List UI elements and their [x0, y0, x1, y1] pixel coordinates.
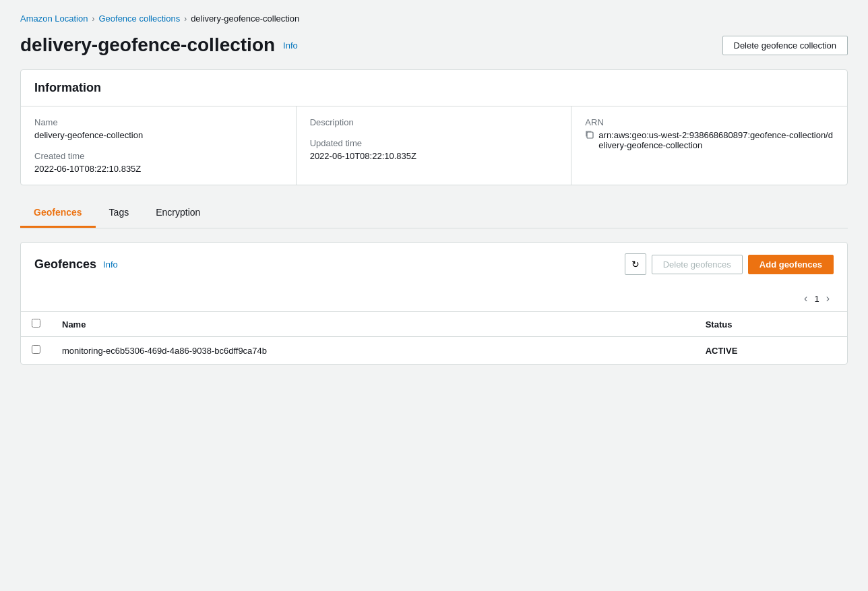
delete-geofences-button: Delete geofences	[652, 255, 743, 274]
arn-value: arn:aws:geo:us-west-2:938668680897:geofe…	[598, 130, 834, 150]
created-time-value: 2022-06-10T08:22:10.835Z	[34, 164, 282, 174]
chevron-right-icon: ›	[826, 292, 830, 304]
tab-encryption[interactable]: Encryption	[142, 199, 214, 228]
name-value: delivery-geofence-collection	[34, 130, 282, 140]
row-checkbox[interactable]	[32, 345, 40, 354]
geofences-header-left: Geofences Info	[34, 257, 118, 272]
page-header: delivery-geofence-collection Info Delete…	[20, 34, 848, 56]
breadcrumb: Amazon Location › Geofence collections ›…	[20, 13, 848, 24]
information-title: Information	[34, 81, 834, 95]
breadcrumb-separator-1: ›	[92, 14, 94, 24]
add-geofences-button[interactable]: Add geofences	[748, 255, 834, 274]
arn-row: arn:aws:geo:us-west-2:938668680897:geofe…	[585, 130, 834, 150]
table-header-checkbox	[21, 312, 51, 337]
geofences-info-link[interactable]: Info	[103, 259, 118, 270]
delete-geofence-collection-button[interactable]: Delete geofence collection	[722, 36, 848, 55]
description-label: Description	[310, 117, 558, 127]
information-card-header: Information	[21, 70, 847, 106]
info-section-description: Description Updated time 2022-06-10T08:2…	[297, 106, 572, 185]
chevron-left-icon: ‹	[804, 292, 807, 304]
page-info-link[interactable]: Info	[283, 40, 298, 51]
pagination-next-button[interactable]: ›	[822, 291, 834, 306]
table-header-name: Name	[51, 312, 695, 337]
geofences-title: Geofences	[34, 257, 96, 272]
information-card: Information Name delivery-geofence-colle…	[20, 69, 848, 185]
breadcrumb-amazon-location[interactable]: Amazon Location	[20, 13, 88, 24]
refresh-icon: ↻	[631, 259, 640, 270]
svg-rect-0	[587, 132, 593, 138]
breadcrumb-separator-2: ›	[184, 14, 187, 24]
info-section-arn: ARN arn:aws:geo:us-west-2:938668680897:g…	[571, 106, 847, 185]
table-header-status: Status	[695, 312, 847, 337]
page-title: delivery-geofence-collection	[20, 34, 275, 56]
pagination-current: 1	[814, 294, 819, 304]
breadcrumb-current: delivery-geofence-collection	[191, 13, 299, 24]
tab-geofences[interactable]: Geofences	[20, 199, 96, 228]
row-status: ACTIVE	[695, 337, 847, 365]
updated-time-value: 2022-06-10T08:22:10.835Z	[310, 151, 558, 161]
arn-label: ARN	[585, 117, 834, 127]
pagination-prev-button[interactable]: ‹	[800, 291, 811, 306]
table-header-row: Name Status	[21, 312, 847, 337]
created-time-label: Created time	[34, 151, 282, 161]
table-row: monitoring-ec6b5306-469d-4a86-9038-bc6df…	[21, 337, 847, 365]
pagination: ‹ 1 ›	[21, 286, 847, 311]
row-name: monitoring-ec6b5306-469d-4a86-9038-bc6df…	[51, 337, 695, 365]
breadcrumb-geofence-collections[interactable]: Geofence collections	[98, 13, 180, 24]
geofences-table: Name Status monitoring-ec6b5306-469d-4a8…	[21, 311, 847, 364]
select-all-checkbox[interactable]	[32, 319, 40, 328]
info-section-name: Name delivery-geofence-collection Create…	[21, 106, 297, 185]
row-checkbox-cell	[21, 337, 51, 365]
tabs-container: Geofences Tags Encryption	[20, 199, 848, 228]
page-header-left: delivery-geofence-collection Info	[20, 34, 298, 56]
geofences-card-header: Geofences Info ↻ Delete geofences Add ge…	[21, 243, 847, 286]
refresh-button[interactable]: ↻	[625, 253, 646, 275]
geofences-header-right: ↻ Delete geofences Add geofences	[625, 253, 834, 275]
name-label: Name	[34, 117, 282, 127]
geofences-card: Geofences Info ↻ Delete geofences Add ge…	[20, 242, 848, 365]
updated-time-label: Updated time	[310, 138, 558, 148]
copy-arn-icon[interactable]	[585, 130, 594, 142]
information-grid: Name delivery-geofence-collection Create…	[21, 106, 847, 185]
tab-tags[interactable]: Tags	[96, 199, 143, 228]
